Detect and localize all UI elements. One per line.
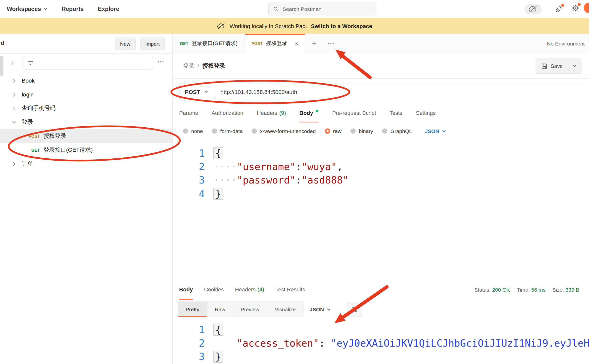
close-tab-icon[interactable]: × <box>295 41 298 46</box>
time-badge: Time:56 ms <box>517 287 546 293</box>
response-tab-test-results[interactable]: Test Results <box>275 280 305 300</box>
tab-tests[interactable]: Tests <box>390 104 402 122</box>
save-icon <box>541 63 547 69</box>
folder-label: login <box>22 91 34 98</box>
workspace-name-truncated: d <box>1 40 4 46</box>
scrollbar-thumb[interactable] <box>0 56 3 76</box>
view-visualize[interactable]: Visualize <box>267 302 303 317</box>
tab-headers[interactable]: Headers (9) <box>257 104 286 122</box>
reports-label: Reports <box>62 6 84 12</box>
request-tabstrip: GET 登录接口(GET请求) POST 授权登录 × + ••• No Env… <box>173 34 589 53</box>
new-tab-button[interactable]: + <box>305 34 323 53</box>
body-mode-raw[interactable]: raw <box>325 128 342 134</box>
import-button[interactable]: Import <box>140 38 165 50</box>
response-tab-headers[interactable]: Headers (4) <box>235 280 264 300</box>
reports-menu[interactable]: Reports <box>62 6 84 12</box>
response-tab-cookies[interactable]: Cookies <box>204 280 224 300</box>
body-modified-dot <box>316 109 319 112</box>
switch-workspace-link[interactable]: Switch to a Workspace <box>311 23 372 29</box>
line-number: 3 <box>173 350 205 364</box>
chevron-right-icon <box>13 162 16 166</box>
breadcrumb-current[interactable]: 授权登录 <box>202 62 225 70</box>
environment-selector[interactable]: No Environment <box>540 34 589 53</box>
search-input[interactable] <box>282 6 371 12</box>
app-header: Workspaces Reports Explore ⚙ <box>0 0 589 18</box>
radio-icon <box>252 128 257 134</box>
chevron-right-icon <box>13 78 16 83</box>
tab-authorization[interactable]: Authorization <box>211 104 243 122</box>
url-bar: POST http://101.43.158.84:5000/auth <box>179 83 589 100</box>
response-meta: Status:200 OK Time:56 ms Size:339 B <box>474 280 583 300</box>
folder-label: 查询手机号码 <box>22 105 56 112</box>
view-raw[interactable]: Raw <box>207 302 233 317</box>
sidebar-item-orders[interactable]: 订单 <box>0 157 172 171</box>
new-button[interactable]: New <box>115 38 136 50</box>
wrap-text-button[interactable] <box>347 302 362 317</box>
sidebar-request-login-get[interactable]: GET 登录接口(GET请求) <box>0 143 172 157</box>
global-search[interactable] <box>268 3 376 15</box>
sidebar-item-login[interactable]: login <box>0 88 172 101</box>
tab-body[interactable]: Body <box>299 104 319 122</box>
tab-options-button[interactable]: ••• <box>323 34 340 53</box>
sidebar-item-book[interactable]: Book <box>0 74 172 88</box>
response-language-select[interactable]: JSON <box>310 306 331 312</box>
body-language-select[interactable]: JSON <box>425 128 446 134</box>
url-input[interactable]: http://101.43.158.84:5000/auth <box>220 89 297 95</box>
line-number: 2 <box>173 160 205 173</box>
language-label: JSON <box>310 306 324 312</box>
offline-indicator[interactable] <box>524 4 541 14</box>
save-label: Save <box>551 63 563 69</box>
view-preview[interactable]: Preview <box>233 302 267 317</box>
notification-dot <box>577 2 582 7</box>
open-brace: { <box>213 147 223 159</box>
code-line: 3 ····"password":"asd888" <box>173 174 589 187</box>
indent-dots: ···· <box>213 175 237 186</box>
request-label: 登录接口(GET请求) <box>44 146 93 154</box>
sidebar-header: d New Import <box>0 34 172 54</box>
headers-count: (9) <box>279 110 286 116</box>
save-button-group: Save <box>536 58 582 73</box>
body-mode-none[interactable]: none <box>183 128 203 134</box>
capture-requests-button[interactable] <box>554 4 564 14</box>
request-body-editor[interactable]: 1 { 2 ····"username":"wuya", 3 ····"pass… <box>173 146 589 278</box>
line-number: 3 <box>173 174 205 187</box>
body-mode-graphql[interactable]: GraphQL <box>382 128 412 134</box>
collection-search-box[interactable] <box>23 57 153 69</box>
line-number: 4 <box>173 187 205 200</box>
code-line: 2 "access_token": "eyJ0eXAiOiJKV1QiLCJhb… <box>173 336 589 350</box>
explore-menu[interactable]: Explore <box>98 6 119 12</box>
tab-auth-login[interactable]: POST 授权登录 × <box>245 34 305 53</box>
tab-settings[interactable]: Settings <box>416 104 436 122</box>
workspaces-label: Workspaces <box>7 6 41 12</box>
code-line: 2 ····"username":"wuya", <box>173 160 589 173</box>
line-number: 2 <box>173 336 205 350</box>
wrap-text-icon <box>352 307 358 312</box>
save-options-button[interactable] <box>568 59 581 73</box>
tab-login-get[interactable]: GET 登录接口(GET请求) <box>173 34 245 53</box>
body-mode-binary[interactable]: binary <box>350 128 373 134</box>
sidebar-item-query-phone[interactable]: 查询手机号码 <box>0 101 172 115</box>
method-select[interactable]: POST <box>180 89 215 95</box>
body-mode-row: none form-data x-www-form-urlencoded raw… <box>173 122 589 139</box>
breadcrumb-parent[interactable]: 登录 <box>183 62 194 70</box>
save-button[interactable]: Save <box>536 59 568 73</box>
folder-label: 订单 <box>22 160 33 168</box>
add-collection-button[interactable]: + <box>10 59 14 68</box>
avatar[interactable] <box>584 3 589 13</box>
response-tab-body[interactable]: Body <box>179 280 193 300</box>
chevron-right-icon <box>13 92 16 97</box>
sidebar-item-denglu-open[interactable]: 登录 <box>0 115 172 129</box>
code-line: 3 } <box>173 350 589 364</box>
sidebar-more-button[interactable]: ••• <box>158 59 164 64</box>
workspaces-menu[interactable]: Workspaces <box>7 6 47 12</box>
tab-prerequest-script[interactable]: Pre-request Script <box>332 104 376 122</box>
view-pretty[interactable]: Pretty <box>178 302 207 317</box>
sidebar-request-auth-login[interactable]: POST 授权登录 <box>0 129 172 143</box>
folder-label: 登录 <box>22 119 33 126</box>
body-mode-urlencoded[interactable]: x-www-form-urlencoded <box>252 128 316 134</box>
response-body-viewer[interactable]: 1 { 2 "access_token": "eyJ0eXAiOiJKV1QiL… <box>173 323 589 364</box>
radio-icon <box>382 128 387 134</box>
tab-params[interactable]: Params <box>179 104 198 122</box>
body-mode-form-data[interactable]: form-data <box>212 128 243 134</box>
settings-button[interactable]: ⚙ <box>571 3 580 13</box>
